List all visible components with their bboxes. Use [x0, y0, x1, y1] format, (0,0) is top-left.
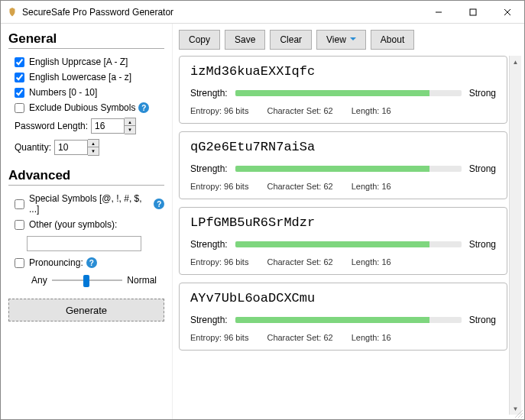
lowercase-label: English Lowercase [a - z]	[29, 72, 131, 82]
strength-bar	[235, 90, 462, 96]
view-dropdown[interactable]: View	[316, 30, 366, 50]
slider-left-label: Any	[31, 275, 47, 286]
pronouncing-label: Pronouncing:	[29, 257, 83, 268]
close-button[interactable]	[490, 1, 524, 23]
results-panel: Copy Save Clear View About izMd36kuaEXXI…	[173, 24, 524, 419]
help-icon[interactable]: ?	[154, 199, 164, 209]
section-advanced: Advanced	[8, 168, 164, 186]
exclude-label: Exclude Dubious Symbols	[29, 102, 135, 113]
numbers-checkbox[interactable]	[15, 88, 24, 98]
strength-row: Strength:Strong	[190, 239, 496, 250]
app-icon	[7, 7, 18, 18]
slider-right-label: Normal	[127, 275, 157, 286]
pronouncing-slider-row: Any Normal	[8, 273, 164, 288]
lowercase-checkbox[interactable]	[15, 73, 24, 82]
pronouncing-checkbox[interactable]	[15, 258, 24, 268]
app-window: SecureSafe Pro Password Generator Genera…	[0, 0, 525, 420]
scrollbar[interactable]: ▲ ▼	[509, 56, 521, 415]
length-stat: Length: 16	[352, 257, 391, 267]
password-card: AYv7UbL6oaDCXCmuStrength:StrongEntropy: …	[179, 283, 507, 351]
password-stats: Entropy: 96 bitsCharacter Set: 62Length:…	[190, 257, 496, 267]
password-card: LPfGMB5uR6SrMdzrStrength:StrongEntropy: …	[179, 207, 507, 275]
clear-button[interactable]: Clear	[270, 30, 312, 50]
option-quantity: Quantity: ▲▼	[8, 139, 164, 156]
section-general: General	[8, 31, 164, 49]
password-text[interactable]: izMd36kuaEXXIqfc	[190, 64, 496, 79]
password-card: izMd36kuaEXXIqfcStrength:StrongEntropy: …	[179, 56, 507, 124]
numbers-label: Numbers [0 - 10]	[29, 87, 97, 98]
option-other: Other (your symbols):	[8, 219, 164, 230]
minimize-button[interactable]	[421, 1, 455, 23]
quantity-input[interactable]	[54, 140, 88, 155]
save-button[interactable]: Save	[225, 30, 265, 50]
copy-button[interactable]: Copy	[179, 30, 220, 50]
scroll-up-icon[interactable]: ▲	[510, 56, 521, 68]
strength-value: Strong	[469, 88, 496, 99]
length-input[interactable]	[91, 118, 125, 134]
window-controls	[421, 1, 524, 23]
quantity-label: Quantity:	[15, 142, 51, 153]
exclude-checkbox[interactable]	[15, 103, 24, 113]
password-text[interactable]: AYv7UbL6oaDCXCmu	[190, 291, 496, 305]
content: General English Upprcase [A - Z] English…	[1, 24, 524, 419]
resize-grip-icon[interactable]	[514, 409, 523, 418]
settings-panel: General English Upprcase [A - Z] English…	[1, 24, 173, 419]
entropy-stat: Entropy: 96 bits	[190, 257, 248, 267]
toolbar: Copy Save Clear View About	[179, 28, 521, 56]
strength-value: Strong	[469, 239, 496, 250]
other-label: Other (your symbols):	[29, 219, 117, 230]
strength-row: Strength:Strong	[190, 88, 496, 99]
length-spinner[interactable]: ▲▼	[125, 118, 136, 134]
other-symbols-input[interactable]	[27, 236, 141, 251]
pronouncing-slider[interactable]	[52, 273, 123, 288]
password-stats: Entropy: 96 bitsCharacter Set: 62Length:…	[190, 106, 496, 115]
titlebar: SecureSafe Pro Password Generator	[1, 1, 524, 24]
strength-bar	[235, 166, 462, 172]
strength-value: Strong	[469, 315, 496, 325]
svg-rect-1	[470, 9, 476, 15]
strength-label: Strength:	[190, 163, 228, 174]
about-button[interactable]: About	[371, 30, 414, 50]
maximize-button[interactable]	[455, 1, 490, 23]
strength-value: Strong	[469, 163, 496, 174]
quantity-spinner[interactable]: ▲▼	[88, 139, 99, 156]
option-lowercase: English Lowercase [a - z]	[8, 72, 164, 82]
charset-stat: Character Set: 62	[267, 333, 332, 342]
special-label: Special Symbols [@, !, #, $, ...]	[29, 193, 151, 215]
option-numbers: Numbers [0 - 10]	[8, 87, 164, 98]
length-stat: Length: 16	[352, 333, 391, 342]
option-special: Special Symbols [@, !, #, $, ...] ?	[8, 193, 164, 215]
password-stats: Entropy: 96 bitsCharacter Set: 62Length:…	[190, 333, 496, 342]
strength-row: Strength:Strong	[190, 163, 496, 174]
uppercase-label: English Upprcase [A - Z]	[29, 57, 128, 67]
length-label: Password Length:	[15, 121, 88, 131]
strength-bar	[235, 317, 462, 323]
password-text[interactable]: LPfGMB5uR6SrMdzr	[190, 215, 496, 230]
results-area: izMd36kuaEXXIqfcStrength:StrongEntropy: …	[179, 56, 521, 415]
option-uppercase: English Upprcase [A - Z]	[8, 57, 164, 67]
window-title: SecureSafe Pro Password Generator	[22, 7, 421, 18]
strength-label: Strength:	[190, 315, 228, 325]
special-checkbox[interactable]	[15, 199, 24, 209]
password-stats: Entropy: 96 bitsCharacter Set: 62Length:…	[190, 182, 496, 191]
strength-label: Strength:	[190, 88, 228, 99]
strength-label: Strength:	[190, 239, 228, 250]
help-icon[interactable]: ?	[86, 257, 97, 268]
results-list: izMd36kuaEXXIqfcStrength:StrongEntropy: …	[179, 56, 509, 415]
password-card: qG2e6Etu7RN7aiSaStrength:StrongEntropy: …	[179, 131, 507, 199]
uppercase-checkbox[interactable]	[15, 57, 24, 67]
password-text[interactable]: qG2e6Etu7RN7aiSa	[190, 140, 496, 154]
generate-button[interactable]: Generate	[8, 299, 164, 321]
length-stat: Length: 16	[352, 182, 391, 191]
charset-stat: Character Set: 62	[267, 182, 332, 191]
help-icon[interactable]: ?	[138, 102, 149, 113]
length-stat: Length: 16	[352, 106, 391, 115]
other-checkbox[interactable]	[15, 220, 24, 230]
strength-row: Strength:Strong	[190, 315, 496, 325]
option-pronouncing: Pronouncing: ?	[8, 257, 164, 268]
entropy-stat: Entropy: 96 bits	[190, 106, 248, 115]
charset-stat: Character Set: 62	[267, 257, 332, 267]
option-length: Password Length: ▲▼	[8, 118, 164, 134]
strength-bar	[235, 241, 462, 247]
entropy-stat: Entropy: 96 bits	[190, 182, 248, 191]
